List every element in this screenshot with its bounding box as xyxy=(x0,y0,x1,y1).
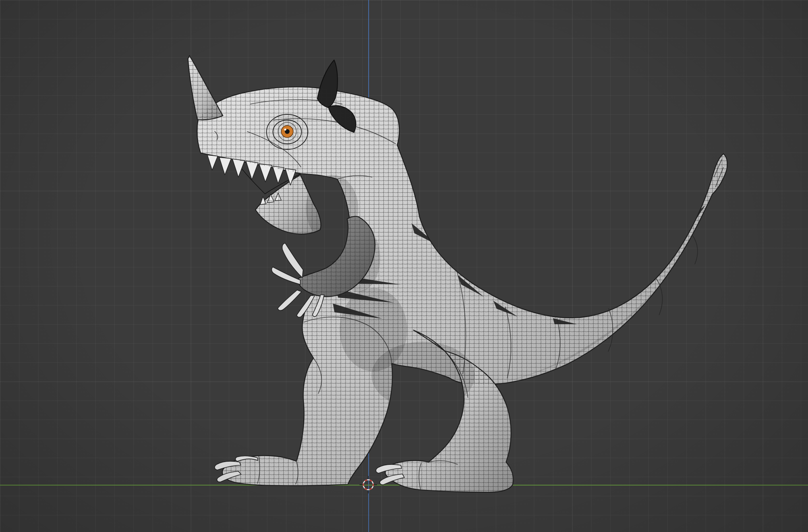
3d-viewport[interactable] xyxy=(0,0,808,532)
eye xyxy=(267,114,308,149)
wireframe-model[interactable] xyxy=(0,0,808,532)
3d-cursor xyxy=(357,473,380,496)
